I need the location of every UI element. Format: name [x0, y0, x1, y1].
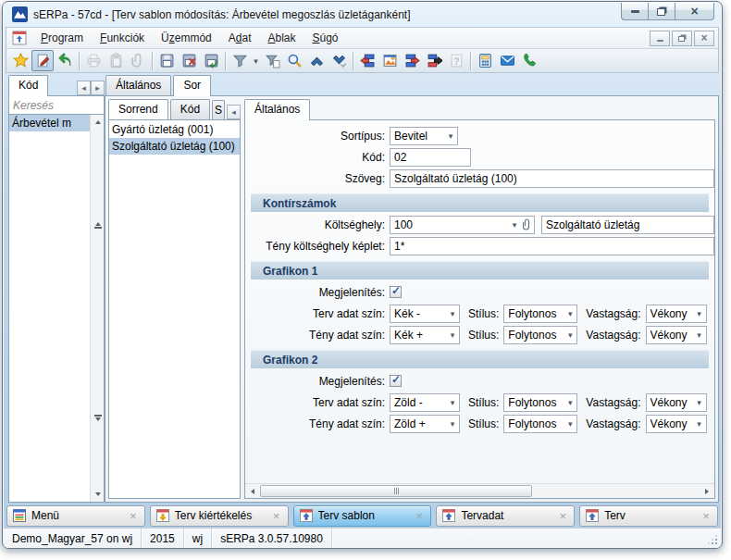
task-tab-terv[interactable]: Terv × — [579, 505, 718, 527]
tab-sor[interactable]: Sor — [173, 75, 211, 96]
clear-filter-icon — [265, 53, 280, 68]
print-button[interactable] — [82, 50, 105, 71]
scroll-up-button[interactable] — [92, 116, 104, 129]
close-icon[interactable]: × — [127, 510, 140, 522]
menu-adat[interactable]: Adat — [220, 29, 260, 47]
g1-teny-szin-select[interactable]: Kék +▾ — [390, 326, 460, 344]
koltseghely-select[interactable]: 100 ▾ — [390, 216, 535, 234]
menu-uzemmod[interactable]: Üzemmód — [153, 29, 220, 47]
koltseghely-name-input[interactable] — [541, 216, 714, 234]
filter-dropdown-button[interactable]: ▾ — [251, 50, 261, 71]
task-tab-tervadat[interactable]: Tervadat × — [436, 505, 575, 527]
scroll-down-button[interactable] — [92, 488, 104, 501]
help-button[interactable]: ? — [445, 50, 467, 71]
g1-terv-vastagsag-select[interactable]: Vékony▾ — [646, 305, 707, 323]
g2-megjelenites-checkbox[interactable] — [390, 375, 402, 387]
search-field-wrap — [8, 95, 105, 115]
scroll-page-down-button[interactable] — [92, 411, 104, 424]
mail-button[interactable] — [496, 50, 518, 71]
tab-sorrend[interactable]: Sorrend — [108, 99, 168, 119]
save-close-button[interactable] — [178, 50, 200, 71]
task-tab-menu[interactable]: Menü × — [6, 505, 145, 527]
menu-bar: Program Funkciók Üzemmód Adat Ablak Súgó… — [6, 27, 719, 48]
resize-grip[interactable] — [708, 535, 717, 544]
list-item[interactable]: Szolgáltató üzletág (100) — [109, 138, 240, 155]
mdi-restore-button[interactable] — [672, 31, 692, 46]
g2-terv-stilus-select[interactable]: Folytonos▾ — [503, 393, 577, 412]
g2-teny-stilus-select[interactable]: Folytonos▾ — [503, 415, 577, 433]
minimize-button[interactable] — [621, 3, 648, 20]
title-bar[interactable]: sERPa - 57cd - [Terv sablon módosítás: Á… — [3, 2, 722, 27]
tab-scroll-right-button[interactable]: ▸ — [91, 81, 105, 95]
rows-tab-strip: Sorrend Kód S ◂ ▸ — [108, 99, 241, 119]
kod-input[interactable] — [390, 148, 471, 167]
navigate-first-button[interactable] — [356, 50, 378, 71]
save-close-icon — [181, 53, 197, 68]
menu-ablak[interactable]: Ablak — [259, 29, 304, 47]
navigate-forward-icon — [427, 53, 442, 68]
tab-clipped[interactable]: S — [212, 100, 225, 119]
close-icon[interactable]: × — [270, 510, 283, 522]
previous-button[interactable] — [305, 50, 328, 71]
g1-terv-szin-select[interactable]: Kék -▾ — [390, 305, 460, 323]
scrollbar-thumb[interactable] — [260, 485, 532, 497]
tab-form-altalanos[interactable]: Általános — [244, 99, 310, 120]
task-tab-terv-sablon[interactable]: Terv sablon × — [293, 505, 432, 527]
g1-terv-stilus-select[interactable]: Folytonos▾ — [503, 305, 577, 323]
search-input[interactable] — [9, 96, 104, 114]
close-icon[interactable]: × — [700, 510, 712, 522]
close-button[interactable]: × — [675, 3, 714, 20]
attach-button[interactable] — [127, 50, 149, 71]
close-icon[interactable]: × — [556, 510, 569, 522]
revert-button[interactable] — [54, 50, 76, 71]
mdi-close-button[interactable]: × — [694, 31, 714, 46]
menu-program[interactable]: Program — [32, 29, 92, 47]
g1-megjelenites-checkbox[interactable] — [390, 286, 402, 298]
tab-rows-kod[interactable]: Kód — [170, 99, 210, 119]
edit-button[interactable] — [31, 50, 54, 71]
list-item[interactable]: Gyártó üzletág (001) — [109, 121, 240, 138]
navigate-back-button[interactable] — [401, 50, 423, 71]
clear-filter-button[interactable] — [261, 50, 283, 71]
g1-teny-stilus-select[interactable]: Folytonos▾ — [503, 326, 577, 344]
menu-sugo[interactable]: Súgó — [304, 29, 347, 47]
rows-list[interactable]: Gyártó üzletág (001) Szolgáltató üzletág… — [108, 119, 241, 499]
close-icon: × — [690, 5, 698, 18]
scroll-right-button[interactable] — [700, 485, 713, 497]
attach-lookup-button[interactable] — [521, 218, 534, 231]
calculator-button[interactable] — [474, 50, 496, 71]
vertical-scrollbar[interactable] — [90, 115, 104, 502]
g2-teny-szin-select[interactable]: Zöld +▾ — [390, 415, 460, 433]
tab-scroll-left-button[interactable]: ◂ — [77, 81, 91, 95]
task-tab-terv-kiertekeles[interactable]: Terv kiértékelés × — [150, 505, 289, 527]
scroll-left-button[interactable] — [246, 485, 259, 497]
image-button[interactable] — [378, 50, 401, 71]
g2-terv-szin-select[interactable]: Zöld -▾ — [390, 393, 460, 412]
close-icon[interactable]: × — [413, 510, 426, 522]
save-refresh-button[interactable] — [200, 50, 222, 71]
navigate-forward-button[interactable] — [423, 50, 445, 71]
menu-funkciok[interactable]: Funkciók — [92, 29, 153, 47]
sortipus-select[interactable]: Bevitel ▾ — [390, 127, 458, 145]
tab-kod[interactable]: Kód — [8, 75, 48, 96]
paste-button[interactable] — [105, 50, 127, 71]
g1-teny-vastagsag-select[interactable]: Vékony▾ — [646, 326, 707, 344]
tab-altalanos[interactable]: Általános — [105, 75, 171, 95]
search-button[interactable] — [283, 50, 305, 71]
g2-teny-vastagsag-select[interactable]: Vékony▾ — [646, 415, 707, 433]
szoveg-input[interactable] — [390, 169, 714, 188]
filter-button[interactable] — [229, 50, 251, 71]
next-button[interactable] — [328, 50, 350, 71]
g2-terv-vastagsag-select[interactable]: Vékony▾ — [646, 393, 707, 412]
phone-button[interactable] — [518, 50, 540, 71]
rows-tab-scroll-left-button[interactable]: ◂ — [227, 105, 241, 119]
mdi-minimize-button[interactable] — [650, 31, 670, 46]
restore-button[interactable] — [648, 3, 675, 20]
template-list[interactable]: Árbevétel m — [8, 115, 105, 503]
save-button[interactable] — [155, 50, 178, 71]
teny-keplet-input[interactable] — [390, 237, 714, 255]
favorites-button[interactable] — [9, 50, 31, 71]
horizontal-scrollbar[interactable] — [245, 483, 714, 498]
list-item[interactable]: Árbevétel m — [9, 115, 90, 131]
scroll-page-up-button[interactable] — [92, 219, 104, 232]
